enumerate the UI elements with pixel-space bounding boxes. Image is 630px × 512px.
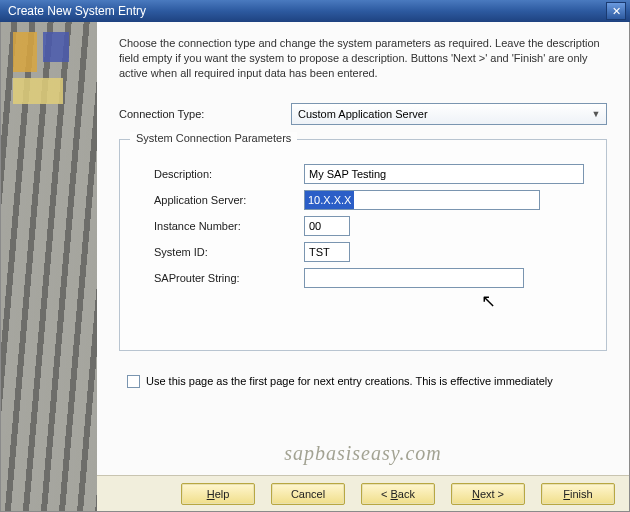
help-underline: H	[207, 488, 215, 500]
help-rest: elp	[215, 488, 230, 500]
connection-type-dropdown[interactable]: Custom Application Server ▼	[291, 103, 607, 125]
instance-row: Instance Number:	[154, 216, 588, 236]
back-button[interactable]: < Back	[361, 483, 435, 505]
appserver-label: Application Server:	[154, 194, 304, 206]
appserver-selection: 10.X.X.X	[305, 191, 354, 209]
description-label: Description:	[154, 168, 304, 180]
intro-text: Choose the connection type and change th…	[119, 36, 607, 81]
finish-rest: inish	[570, 488, 593, 500]
back-rest: ack	[398, 488, 415, 500]
next-underline: N	[472, 488, 480, 500]
window-title: Create New System Entry	[4, 4, 606, 18]
systemid-label: System ID:	[154, 246, 304, 258]
content-area: Choose the connection type and change th…	[97, 22, 629, 475]
saprouter-input[interactable]	[304, 268, 524, 288]
help-button[interactable]: Help	[181, 483, 255, 505]
saprouter-label: SAProuter String:	[154, 272, 304, 284]
first-page-checkbox-label: Use this page as the first page for next…	[146, 375, 553, 387]
window-body: Choose the connection type and change th…	[0, 22, 630, 512]
titlebar: Create New System Entry ✕	[0, 0, 630, 22]
next-rest: ext >	[480, 488, 504, 500]
systemid-row: System ID:	[154, 242, 588, 262]
connection-type-row: Connection Type: Custom Application Serv…	[119, 103, 607, 125]
back-underline: B	[391, 488, 398, 500]
first-page-checkbox-row: Use this page as the first page for next…	[127, 375, 607, 388]
connection-type-label: Connection Type:	[119, 108, 291, 120]
next-button[interactable]: Next >	[451, 483, 525, 505]
back-pre: <	[381, 488, 390, 500]
close-button[interactable]: ✕	[606, 2, 626, 20]
footer-button-bar: Help Cancel < Back Next > Finish	[97, 475, 629, 511]
appserver-row: Application Server: 10.X.X.X	[154, 190, 588, 210]
instance-label: Instance Number:	[154, 220, 304, 232]
connection-type-value: Custom Application Server	[298, 108, 428, 120]
systemid-input[interactable]	[304, 242, 350, 262]
description-row: Description:	[154, 164, 588, 184]
close-icon: ✕	[612, 5, 621, 18]
description-input[interactable]	[304, 164, 584, 184]
instance-input[interactable]	[304, 216, 350, 236]
saprouter-row: SAProuter String:	[154, 268, 588, 288]
groupbox-title: System Connection Parameters	[130, 132, 297, 144]
finish-button[interactable]: Finish	[541, 483, 615, 505]
sidebar-image	[1, 22, 97, 511]
system-connection-groupbox: System Connection Parameters Description…	[119, 139, 607, 351]
main-panel: Choose the connection type and change th…	[97, 22, 629, 511]
cancel-button[interactable]: Cancel	[271, 483, 345, 505]
first-page-checkbox[interactable]	[127, 375, 140, 388]
chevron-down-icon: ▼	[588, 106, 604, 122]
